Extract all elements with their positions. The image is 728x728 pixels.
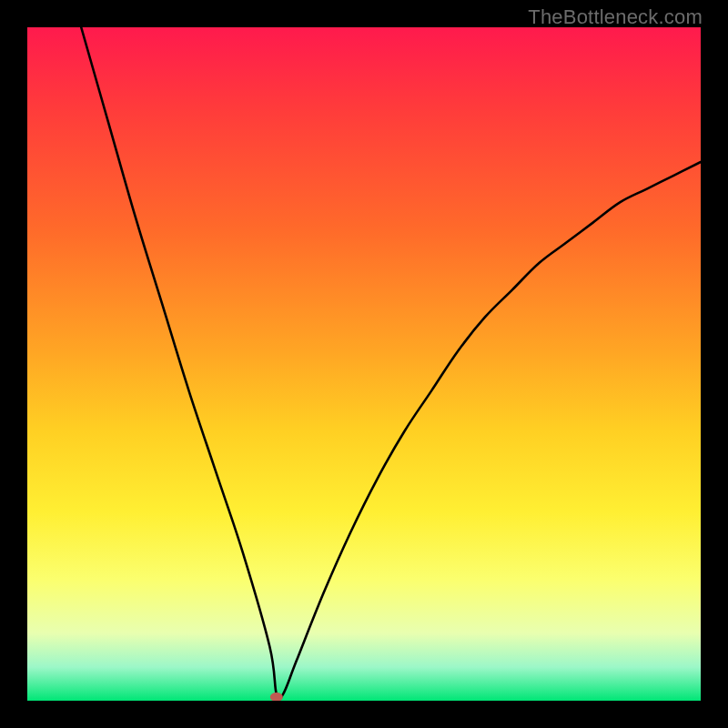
optimal-point-marker [270,693,283,701]
plot-area [27,27,701,701]
watermark-text: TheBottleneck.com [528,5,703,29]
bottleneck-curve [81,27,701,700]
chart-frame: TheBottleneck.com [0,0,728,728]
curve-svg [27,27,701,701]
